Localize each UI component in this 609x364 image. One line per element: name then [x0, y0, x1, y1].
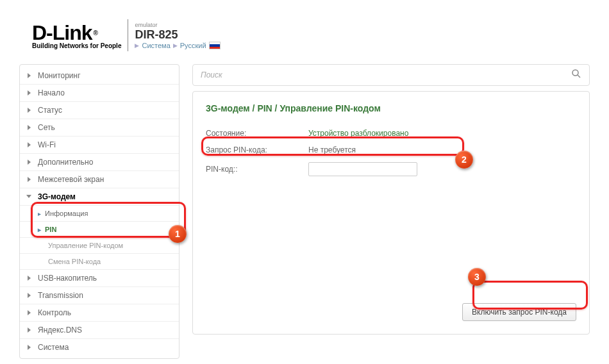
sidebar-item-pin-change[interactable]: Смена PIN-кода [20, 254, 179, 270]
sidebar-item-label: Межсетевой экран [38, 175, 104, 184]
header-crumbs: ▶ Система ▶ Русский [135, 42, 220, 49]
sidebar-item-label: Начало [38, 88, 65, 97]
sidebar-item-label: Wi-Fi [38, 140, 56, 149]
chevron-right-icon [26, 124, 33, 131]
header-divider [128, 19, 128, 51]
row-state: Состояние: Устройство разблокировано [206, 125, 576, 142]
sidebar-item-info[interactable]: Информация [20, 206, 179, 222]
sidebar-item-status[interactable]: Статус [20, 102, 179, 119]
sidebar-item-3g-modem[interactable]: 3G-модем [20, 188, 179, 206]
content-panel: 3G-модем / PIN / Управление PIN-кодом Со… [192, 91, 590, 335]
model-name: DIR-825 [135, 28, 220, 42]
sidebar-item-label: Управление PIN-кодом [48, 242, 123, 249]
chevron-right-icon [26, 327, 33, 333]
sidebar-item-pin-manage[interactable]: Управление PIN-кодом [20, 238, 179, 254]
chevron-right-icon: ▶ [173, 42, 178, 49]
chevron-right-icon [26, 107, 33, 113]
sidebar-item-pin[interactable]: PIN [20, 222, 179, 238]
crumb-system[interactable]: Система [142, 42, 170, 49]
sidebar-item-monitoring[interactable]: Мониторинг [20, 67, 179, 85]
chevron-right-icon [26, 142, 33, 148]
svg-point-0 [572, 70, 578, 76]
brand-tagline: Building Networks for People [32, 42, 121, 49]
state-label: Состояние: [206, 129, 308, 138]
chevron-right-icon [26, 72, 33, 79]
sidebar-item-label: Статус [38, 106, 62, 115]
page-breadcrumb: 3G-модем / PIN / Управление PIN-кодом [206, 103, 576, 113]
chevron-right-icon [26, 159, 33, 165]
svg-line-1 [578, 75, 580, 78]
sidebar-item-start[interactable]: Начало [20, 85, 179, 102]
main-area: Поиск 3G-модем / PIN / Управление PIN-ко… [192, 64, 590, 359]
sidebar-item-control[interactable]: Контроль [20, 304, 179, 322]
enable-pin-request-button[interactable]: Включить запрос PIN-кода [462, 303, 576, 321]
sidebar-item-label: Система [38, 343, 69, 352]
sidebar-item-advanced[interactable]: Дополнительно [20, 154, 179, 171]
flag-ru-icon [209, 42, 221, 49]
sidebar-item-wifi[interactable]: Wi-Fi [20, 136, 179, 154]
pincode-label: PIN-код:: [206, 165, 308, 174]
logo-block: D-Link® Building Networks for People [32, 21, 121, 49]
chevron-right-icon [26, 275, 33, 281]
chevron-right-icon [26, 344, 33, 351]
sidebar-item-label: Дополнительно [38, 158, 93, 167]
sidebar-item-label: Информация [45, 210, 88, 217]
brand-logo: D-Link® [32, 21, 121, 45]
sidebar-item-label: USB-накопитель [38, 274, 97, 283]
emulator-label: emulator [135, 22, 220, 28]
pincode-input[interactable] [308, 162, 417, 176]
chevron-right-icon [26, 90, 33, 96]
chevron-right-icon [26, 176, 33, 183]
sidebar-item-label: Контроль [38, 308, 71, 317]
search-icon[interactable] [571, 69, 581, 81]
pinreq-value: Не требуется [308, 145, 356, 154]
sidebar-item-usb[interactable]: USB-накопитель [20, 270, 179, 287]
model-block: emulator DIR-825 ▶ Система ▶ Русский [135, 22, 220, 49]
sidebar-item-network[interactable]: Сеть [20, 119, 179, 136]
sidebar-item-firewall[interactable]: Межсетевой экран [20, 171, 179, 188]
search-bar[interactable]: Поиск [192, 64, 590, 86]
state-value: Устройство разблокировано [308, 129, 408, 138]
chevron-right-icon [26, 292, 33, 299]
sidebar: Мониторинг Начало Статус Сеть Wi-Fi Допо… [19, 64, 179, 359]
brand-logo-text: D-Link [32, 21, 92, 45]
chevron-right-icon [26, 310, 33, 316]
sidebar-item-label: 3G-модем [38, 192, 76, 201]
crumb-language[interactable]: Русский [180, 42, 206, 49]
sidebar-item-label: Transmission [38, 291, 83, 300]
row-pincode: PIN-код:: [206, 158, 576, 180]
sidebar-item-yandex-dns[interactable]: Яндекс.DNS [20, 322, 179, 339]
pinreq-label: Запрос PIN-кода: [206, 145, 308, 154]
sidebar-item-label: PIN [45, 226, 56, 233]
sidebar-item-label: Мониторинг [38, 71, 81, 80]
registered-icon: ® [94, 29, 97, 37]
sidebar-item-label: Яндекс.DNS [38, 326, 82, 335]
sidebar-item-system[interactable]: Система [20, 339, 179, 356]
chevron-down-icon [26, 194, 33, 200]
chevron-right-icon: ▶ [135, 42, 139, 49]
sidebar-item-label: Смена PIN-кода [48, 258, 101, 265]
row-pinreq: Запрос PIN-кода: Не требуется [206, 142, 576, 158]
sidebar-item-label: Сеть [38, 123, 55, 132]
search-placeholder: Поиск [201, 70, 222, 79]
app-header: D-Link® Building Networks for People emu… [0, 0, 609, 58]
sidebar-item-transmission[interactable]: Transmission [20, 287, 179, 304]
